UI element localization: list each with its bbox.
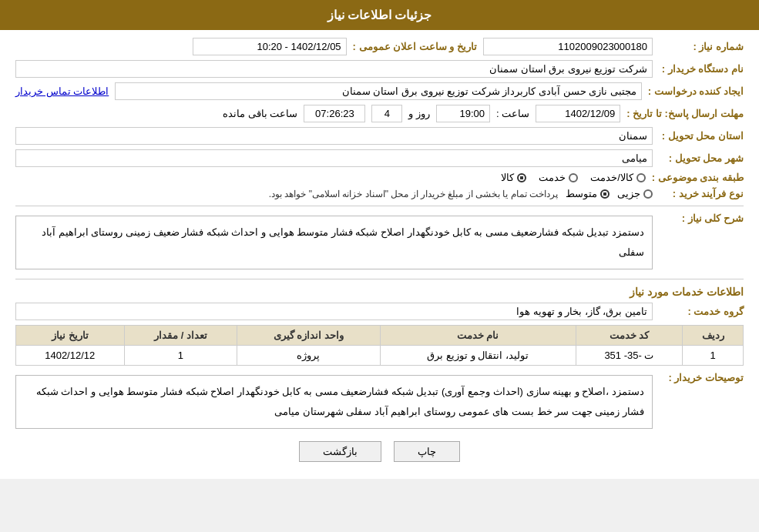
- deadline-days-label: روز و: [408, 108, 430, 119]
- category-kala-khedmat-option[interactable]: کالا/خدمت: [590, 172, 646, 183]
- process-row: نوع فرآیند خرید : جزیی متوسط پرداخت تمام…: [15, 188, 744, 199]
- process-motevaset-label: متوسط: [566, 188, 597, 199]
- page-header: جزئیات اطلاعات نیاز: [0, 0, 759, 30]
- process-jozee-radio: [643, 189, 653, 199]
- publish-label: تاریخ و ساعت اعلان عمومی :: [353, 41, 477, 52]
- deadline-days: 4: [371, 105, 402, 122]
- back-button[interactable]: بازگشت: [299, 441, 381, 462]
- creator-label: ایجاد کننده درخواست :: [648, 85, 744, 97]
- category-kala-khedmat-label: کالا/خدمت: [590, 172, 633, 183]
- table-header-row: ردیف کد خدمت نام خدمت واحد اندازه گیری ت…: [16, 326, 744, 346]
- category-kala-khedmat-radio: [636, 173, 646, 182]
- category-khedmat-radio: [569, 173, 578, 182]
- buyer-org-value: شرکت توزیع نیروی برق استان سمنان: [15, 60, 653, 78]
- buyer-org-row: نام دستگاه خریدار : شرکت توزیع نیروی برق…: [15, 60, 744, 78]
- category-kala-radio: [517, 173, 526, 182]
- print-button[interactable]: چاپ: [394, 441, 460, 462]
- city-row: شهر محل تحویل : میامی: [15, 149, 744, 167]
- th-code: کد خدمت: [576, 326, 683, 346]
- process-motevaset-option[interactable]: متوسط: [566, 188, 610, 199]
- th-qty: تعداد / مقدار: [124, 326, 237, 346]
- category-kala-label: کالا: [501, 172, 514, 183]
- page-wrapper: جزئیات اطلاعات نیاز شماره نیاز : 1102009…: [0, 0, 759, 479]
- td-date: 1402/12/12: [16, 346, 125, 366]
- td-code: ت -35- 351: [576, 346, 683, 366]
- th-name: نام خدمت: [380, 326, 576, 346]
- buyer-desc-value: دستمزد ،اصلاح و بهینه سازی (احداث وجمع آ…: [15, 375, 653, 429]
- deadline-time-label: ساعت :: [496, 108, 529, 119]
- buttons-row: چاپ بازگشت: [15, 441, 744, 462]
- process-note: پرداخت تمام یا بخشی از مبلغ خریدار از مح…: [269, 189, 558, 199]
- deadline-remaining-label: ساعت باقی مانده: [223, 108, 297, 119]
- category-kala-option[interactable]: کالا: [501, 172, 526, 183]
- province-label: استان محل تحویل :: [659, 130, 744, 142]
- service-group-label: گروه خدمت :: [659, 306, 744, 317]
- service-group-value: تامین برق، گاز، بخار و تهویه هوا: [15, 303, 653, 320]
- city-label: شهر محل تحویل :: [659, 152, 744, 164]
- td-unit: پروژه: [237, 346, 380, 366]
- buyer-desc-row: توصیحات خریدار : دستمزد ،اصلاح و بهینه س…: [15, 372, 744, 432]
- request-number-row: شماره نیاز : 1102009023000180 تاریخ و سا…: [15, 38, 744, 55]
- th-row-num: ردیف: [683, 326, 744, 346]
- td-row-num: 1: [683, 346, 744, 366]
- td-qty: 1: [124, 346, 237, 366]
- category-khedmat-label: خدمت: [539, 172, 566, 183]
- general-desc-label: شرح کلی نیاز :: [659, 212, 744, 224]
- separator-1: [15, 206, 744, 206]
- deadline-time: 19:00: [436, 105, 490, 122]
- request-number-label: شماره نیاز :: [659, 41, 744, 52]
- province-row: استان محل تحویل : سمنان: [15, 127, 744, 145]
- buyer-desc-label: توصیحات خریدار :: [659, 372, 744, 383]
- page-title: جزئیات اطلاعات نیاز: [327, 8, 432, 22]
- category-options: کالا/خدمت خدمت کالا: [501, 172, 646, 183]
- publish-value: 1402/12/05 - 10:20: [193, 38, 347, 55]
- process-jozee-option[interactable]: جزیی: [617, 188, 653, 199]
- province-value: سمنان: [15, 127, 653, 145]
- th-date: تاریخ نیاز: [16, 326, 125, 346]
- process-options: جزیی متوسط پرداخت تمام یا بخشی از مبلغ خ…: [269, 188, 653, 199]
- deadline-date: 1402/12/09: [536, 105, 620, 122]
- process-jozee-label: جزیی: [617, 188, 640, 199]
- city-value: میامی: [15, 149, 653, 167]
- services-table: ردیف کد خدمت نام خدمت واحد اندازه گیری ت…: [15, 325, 744, 366]
- category-row: طبقه بندی موضوعی : کالا/خدمت خدمت کالا: [15, 172, 744, 183]
- process-label: نوع فرآیند خرید :: [659, 188, 744, 199]
- category-label: طبقه بندی موضوعی :: [652, 172, 744, 183]
- general-desc-row: شرح کلی نیاز : دستمزد تبدیل شبکه فشارضعی…: [15, 212, 744, 273]
- creator-link[interactable]: اطلاعات تماس خریدار: [15, 85, 109, 97]
- service-group-row: گروه خدمت : تامین برق، گاز، بخار و تهویه…: [15, 303, 744, 320]
- request-number-value: 1102009023000180: [483, 38, 653, 55]
- buyer-org-label: نام دستگاه خریدار :: [659, 63, 744, 75]
- content-area: شماره نیاز : 1102009023000180 تاریخ و سا…: [0, 30, 759, 479]
- separator-2: [15, 279, 744, 279]
- creator-value: مجتبی نازی حسن آبادی کاربرداز شرکت توزیع…: [115, 82, 642, 100]
- deadline-row: مهلت ارسال پاسخ: تا تاریخ : 1402/12/09 س…: [15, 105, 744, 122]
- creator-row: ایجاد کننده درخواست : مجتبی نازی حسن آبا…: [15, 82, 744, 100]
- deadline-label: مهلت ارسال پاسخ: تا تاریخ :: [626, 108, 744, 119]
- table-row: 1 ت -35- 351 تولید، انتقال و توزیع برق پ…: [16, 346, 744, 366]
- category-khedmat-option[interactable]: خدمت: [539, 172, 578, 183]
- services-section-title: اطلاعات خدمات مورد نیاز: [15, 286, 744, 298]
- deadline-remaining: 07:26:23: [304, 105, 365, 122]
- td-name: تولید، انتقال و توزیع برق: [380, 346, 576, 366]
- th-unit: واحد اندازه گیری: [237, 326, 380, 346]
- process-motevaset-radio: [600, 189, 610, 199]
- general-desc-value: دستمزد تبدیل شبکه فشارضعیف مسی به کابل خ…: [15, 216, 653, 269]
